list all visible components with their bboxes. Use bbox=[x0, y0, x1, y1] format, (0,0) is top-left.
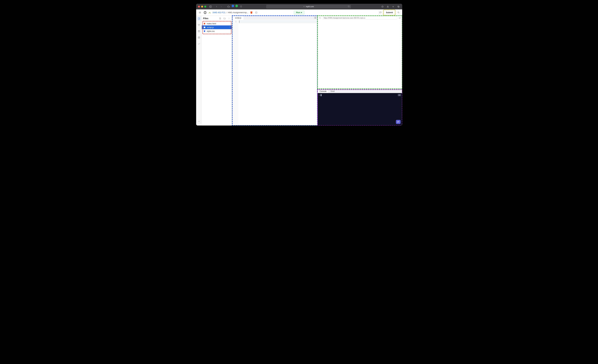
new-folder-button[interactable] bbox=[223, 17, 226, 20]
editor-gutter: 1 bbox=[232, 20, 238, 126]
maximize-window-button[interactable] bbox=[204, 6, 206, 8]
app-header: SWE-432-F21 / HW1-Assignment-kp... Run bbox=[196, 9, 402, 16]
close-window-button[interactable] bbox=[198, 6, 200, 8]
console-prompt: > bbox=[319, 94, 320, 96]
file-row-script-js[interactable]: script.js bbox=[202, 25, 232, 29]
preview-iframe[interactable] bbox=[317, 20, 402, 89]
svg-point-26 bbox=[230, 27, 230, 27]
svg-rect-7 bbox=[398, 6, 399, 7]
console-caret bbox=[321, 94, 322, 96]
svg-rect-28 bbox=[315, 17, 316, 18]
browser-chrome-bar: replit.com bbox=[196, 4, 402, 9]
browser-url-bar[interactable]: replit.com bbox=[266, 5, 351, 8]
lock-icon bbox=[303, 6, 305, 8]
svg-point-21 bbox=[229, 17, 229, 18]
rail-vcs-icon[interactable] bbox=[197, 23, 201, 27]
help-button[interactable]: ? bbox=[197, 120, 201, 124]
js-file-icon bbox=[203, 26, 206, 28]
svg-rect-0 bbox=[210, 6, 212, 8]
file-row-style-css[interactable]: style.css bbox=[202, 29, 232, 33]
breadcrumb-team-link[interactable]: SWE-432-F21 bbox=[212, 11, 225, 14]
layout-toggle-button[interactable] bbox=[314, 16, 317, 19]
downloads-icon[interactable] bbox=[381, 5, 384, 8]
share-icon[interactable] bbox=[386, 5, 390, 8]
file-row-more-icon[interactable] bbox=[229, 26, 231, 29]
svg-rect-8 bbox=[398, 6, 399, 8]
console-tab-label: Console bbox=[320, 90, 326, 92]
gutter-line-number: 1 bbox=[232, 20, 236, 23]
console-tab-console[interactable]: Console bbox=[317, 89, 329, 93]
editor-tab-script-js[interactable]: script.js bbox=[233, 16, 244, 20]
new-tab-icon[interactable] bbox=[391, 5, 395, 8]
rail-packages-icon[interactable] bbox=[197, 29, 201, 33]
svg-rect-2 bbox=[304, 7, 304, 7]
rail-settings-icon[interactable] bbox=[197, 35, 201, 40]
html-file-icon bbox=[203, 23, 206, 25]
console-clear-button[interactable] bbox=[398, 94, 401, 96]
search-button[interactable] bbox=[396, 10, 401, 15]
reload-icon[interactable] bbox=[348, 6, 350, 8]
editor-tab-label: script.js bbox=[235, 17, 241, 19]
language-html5-icon bbox=[250, 11, 253, 14]
svg-point-18 bbox=[199, 37, 199, 38]
extension-dot-blue-icon[interactable] bbox=[232, 5, 234, 7]
history-button[interactable] bbox=[255, 11, 258, 14]
preview-reload-button[interactable] bbox=[318, 16, 322, 19]
team-avatar-icon[interactable] bbox=[208, 11, 211, 14]
file-row-index-html[interactable]: index.html bbox=[202, 22, 232, 25]
run-button-label: Run bbox=[296, 11, 300, 14]
replit-logo-icon[interactable] bbox=[203, 10, 207, 15]
svg-point-25 bbox=[230, 26, 230, 27]
svg-rect-24 bbox=[204, 26, 205, 28]
rail-files-icon[interactable] bbox=[197, 17, 201, 21]
submit-button[interactable]: Submit bbox=[384, 10, 395, 15]
css-file-icon bbox=[203, 30, 206, 32]
file-name-label: style.css bbox=[207, 30, 215, 32]
privacy-shield-icon[interactable] bbox=[239, 5, 243, 8]
chat-fab-button[interactable] bbox=[396, 120, 401, 124]
browser-url-text: replit.com bbox=[306, 6, 314, 8]
editor-area: script.js 1 bbox=[232, 16, 317, 126]
file-name-label: index.html bbox=[207, 23, 216, 25]
editor-content[interactable] bbox=[238, 20, 317, 126]
play-icon bbox=[301, 12, 302, 13]
code-editor[interactable]: 1 bbox=[232, 20, 317, 126]
editor-tabbar: script.js bbox=[232, 16, 317, 20]
left-rail: ? bbox=[196, 16, 202, 126]
back-button[interactable] bbox=[215, 5, 218, 8]
extension-dot-green-icon[interactable] bbox=[235, 5, 238, 7]
menu-button[interactable] bbox=[198, 10, 202, 15]
files-list: index.html script.js bbox=[202, 21, 232, 33]
breadcrumb: SWE-432-F21 / HW1-Assignment-kp... bbox=[212, 11, 248, 14]
console-output[interactable]: > bbox=[317, 93, 402, 126]
new-file-button[interactable] bbox=[219, 17, 222, 20]
browser-window: replit.com bbox=[196, 4, 402, 126]
console-pane: Console Shell > bbox=[317, 89, 402, 126]
minimize-window-button[interactable] bbox=[201, 6, 203, 8]
preview-toolbar: https://HW1-Assignment-kpmoran.swe-432-f… bbox=[317, 16, 402, 20]
comments-button[interactable] bbox=[378, 10, 383, 15]
editor-current-line bbox=[239, 20, 317, 23]
window-controls bbox=[198, 6, 206, 8]
run-button[interactable]: Run bbox=[294, 10, 305, 15]
svg-point-27 bbox=[230, 27, 230, 28]
open-in-new-tab-button[interactable] bbox=[398, 16, 401, 19]
tab-overview-icon[interactable] bbox=[397, 5, 400, 8]
console-tab-shell[interactable]: Shell bbox=[329, 89, 337, 93]
app-body: ? Files bbox=[196, 16, 402, 126]
svg-line-14 bbox=[399, 13, 399, 13]
preview-address-bar[interactable]: https://HW1-Assignment-kpmoran.swe-432-f… bbox=[323, 16, 397, 19]
icloud-icon[interactable] bbox=[227, 5, 230, 8]
console-tabbar: Console Shell bbox=[317, 89, 402, 93]
help-button-label: ? bbox=[198, 121, 199, 123]
forward-button[interactable] bbox=[219, 5, 223, 8]
rail-tests-icon[interactable] bbox=[197, 42, 201, 46]
breadcrumb-project: HW1-Assignment-kp... bbox=[228, 11, 248, 14]
files-panel: Files bbox=[202, 16, 232, 126]
svg-point-12 bbox=[204, 11, 207, 14]
breadcrumb-separator: / bbox=[226, 11, 227, 14]
files-more-button[interactable] bbox=[227, 17, 231, 20]
sidebar-toggle-icon[interactable] bbox=[209, 5, 212, 8]
files-panel-title: Files bbox=[203, 17, 208, 20]
preview-pane: https://HW1-Assignment-kpmoran.swe-432-f… bbox=[317, 16, 402, 89]
